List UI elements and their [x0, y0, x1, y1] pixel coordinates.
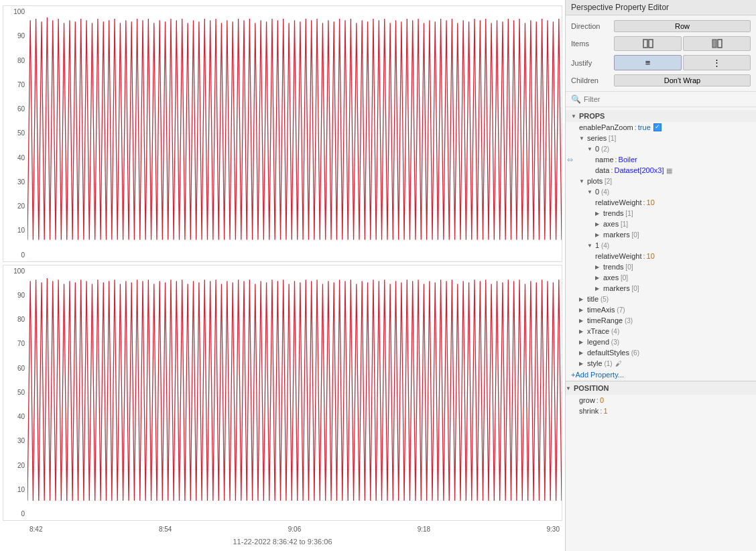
panel-title: Perspective Property Editor [566, 0, 756, 15]
style-icon: 🖌 [615, 360, 622, 367]
plots-1-trends-row[interactable]: ▶ trends [0] [566, 261, 756, 272]
property-panel: Perspective Property Editor Direction Ro… [565, 0, 756, 551]
shrink-name: shrink [579, 407, 598, 415]
items-row: Items [566, 34, 756, 53]
style-row[interactable]: ▶ style (1) 🖌 [566, 358, 756, 369]
plots-1-trends-triangle: ▶ [595, 264, 602, 270]
plots-0-trends-triangle: ▶ [595, 210, 602, 217]
plots-0-triangle: ▼ [587, 189, 594, 195]
series-meta: [1] [607, 135, 616, 142]
xtrace-row[interactable]: ▶ xTrace (4) [566, 326, 756, 336]
plots-0-axes-meta: [1] [619, 221, 628, 228]
x-axis-labels: 8:42 8:54 9:06 9:18 9:30 [27, 526, 562, 533]
direction-value[interactable]: Row [614, 20, 751, 32]
series-0-name-row[interactable]: ⇔ name : Boiler [566, 154, 756, 165]
timeaxis-row[interactable]: ▶ timeAxis (7) [566, 304, 756, 315]
series-0-data-row[interactable]: data : Dataset[200x3] ▦ [566, 165, 756, 176]
items-btn-2[interactable] [683, 36, 751, 51]
plots-0-axes-row[interactable]: ▶ axes [1] [566, 219, 756, 229]
filter-row: 🔍 [566, 92, 756, 107]
title-triangle: ▶ [579, 296, 586, 302]
plots-0-markers-name: markers [603, 231, 630, 239]
grow-name: grow [579, 396, 595, 404]
bottom-chart-canvas[interactable] [27, 265, 562, 521]
title-name: title [587, 295, 598, 303]
series-0-meta: (2) [599, 145, 609, 153]
defaultstyles-row[interactable]: ▶ defaultStyles (6) [566, 347, 756, 358]
children-value[interactable]: Don't Wrap [614, 74, 751, 86]
shrink-row[interactable]: shrink : 1 [566, 406, 756, 416]
plots-1-rw-value: 10 [647, 252, 655, 260]
top-chart-canvas[interactable] [27, 6, 562, 261]
series-triangle: ▼ [579, 135, 586, 141]
plots-0-row[interactable]: ▼ 0 (4) [566, 186, 756, 197]
plots-row[interactable]: ▼ plots [2] [566, 176, 756, 186]
add-property-label: Add Property... [575, 371, 624, 379]
justify-label: Justify [571, 59, 614, 67]
justify-btn-2[interactable]: ⋮ [683, 55, 751, 70]
title-meta: (5) [598, 296, 609, 303]
plots-1-axes-triangle: ▶ [595, 275, 602, 281]
plots-1-trends-name: trends [603, 263, 624, 271]
enable-pan-zoom-checkbox[interactable] [653, 123, 662, 131]
direction-section: Direction Row Items [566, 15, 756, 92]
props-tree: ▼ PROPS enablePanZoom : true ▼ series [1… [566, 107, 756, 551]
plots-1-axes-row[interactable]: ▶ axes [0] [566, 272, 756, 283]
enable-pan-zoom-row[interactable]: enablePanZoom : true [566, 122, 756, 133]
plots-0-trends-row[interactable]: ▶ trends [1] [566, 208, 756, 219]
svg-rect-24 [712, 40, 716, 48]
chart-area: 100 90 80 70 60 50 40 30 20 10 0 [0, 0, 565, 551]
y-axis-bottom: 100 90 80 70 60 50 40 30 20 10 0 [3, 265, 27, 521]
plots-meta: [2] [603, 178, 612, 185]
position-triangle: ▼ [566, 385, 571, 391]
items-btn-1[interactable] [614, 36, 682, 51]
plots-1-markers-meta: [0] [630, 285, 639, 292]
style-name: style [587, 359, 603, 367]
props-triangle: ▼ [571, 113, 576, 119]
plots-0-trends-name: trends [603, 209, 624, 217]
legend-name: legend [587, 338, 609, 346]
plots-0-markers-row[interactable]: ▶ markers [0] [566, 229, 756, 240]
series-0-data-value: Dataset[200x3] [614, 166, 664, 174]
add-property-btn[interactable]: Add Property... [566, 369, 756, 381]
xtrace-meta: (4) [609, 328, 619, 335]
plots-0-axes-name: axes [603, 220, 619, 228]
plots-1-trends-meta: [0] [624, 263, 633, 271]
timerange-row[interactable]: ▶ timeRange (3) [566, 315, 756, 326]
plots-1-markers-triangle: ▶ [595, 286, 602, 292]
plots-0-meta: (4) [599, 188, 609, 196]
timeaxis-meta: (7) [615, 306, 625, 314]
shrink-value: 1 [603, 407, 607, 415]
plots-0-markers-triangle: ▶ [595, 232, 602, 238]
plots-1-markers-name: markers [603, 284, 630, 292]
bottom-chart-panel: 100 90 80 70 60 50 40 30 20 10 0 [3, 265, 562, 522]
y-axis-top: 100 90 80 70 60 50 40 30 20 10 0 [3, 6, 27, 261]
props-label: PROPS [579, 112, 605, 120]
legend-row[interactable]: ▶ legend (3) [566, 336, 756, 347]
timeaxis-name: timeAxis [587, 306, 615, 314]
filter-input[interactable] [584, 95, 751, 103]
children-row: Children Don't Wrap [566, 72, 756, 88]
plots-0-trends-meta: [1] [624, 210, 633, 217]
plots-1-markers-row[interactable]: ▶ markers [0] [566, 283, 756, 294]
series-0-row[interactable]: ▼ 0 (2) [566, 143, 756, 154]
plots-1-row[interactable]: ▼ 1 (4) [566, 240, 756, 251]
link-icon: ⇔ [567, 156, 573, 164]
timerange-triangle: ▶ [579, 318, 586, 324]
series-row[interactable]: ▼ series [1] [566, 133, 756, 143]
plots-1-triangle: ▼ [587, 243, 594, 249]
plots-name: plots [587, 177, 603, 185]
timerange-meta: (3) [623, 317, 633, 324]
plots-1-rw-name: relativeWeight [595, 252, 642, 260]
defaultstyles-name: defaultStyles [587, 349, 629, 357]
justify-btn-1[interactable]: ≡ [614, 55, 682, 70]
grow-row[interactable]: grow : 0 [566, 395, 756, 406]
title-row[interactable]: ▶ title (5) [566, 294, 756, 304]
plots-triangle: ▼ [579, 178, 586, 184]
plots-1-rw-row[interactable]: relativeWeight : 10 [566, 251, 756, 261]
xtrace-triangle: ▶ [579, 328, 586, 334]
svg-rect-23 [649, 40, 653, 48]
plots-0-rw-row[interactable]: relativeWeight : 10 [566, 197, 756, 208]
direction-label: Direction [571, 22, 614, 30]
bottom-chart-svg [27, 265, 562, 521]
